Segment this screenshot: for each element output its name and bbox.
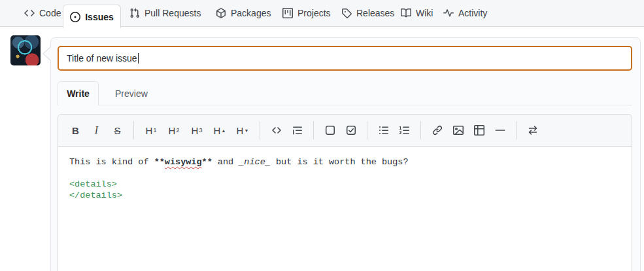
new-issue-page: Code Issues Pull Requests Packages Proje…	[0, 0, 644, 271]
toolbar-separator	[367, 121, 367, 139]
tab-code[interactable]: Code	[24, 0, 61, 26]
image-icon	[453, 125, 464, 136]
toolbar-separator	[313, 121, 314, 139]
switch-arrows-icon	[528, 125, 538, 136]
issue-title-value: Title of new issue	[67, 53, 137, 63]
triangle-up-icon: ▲	[221, 128, 226, 133]
tab-write[interactable]: Write	[58, 81, 99, 105]
horizontal-rule-icon	[495, 125, 505, 136]
switch-editor-button[interactable]	[523, 120, 542, 140]
editor-line	[69, 168, 620, 179]
heading-increase-button[interactable]: H▲	[209, 120, 230, 140]
git-pull-request-icon	[129, 8, 140, 18]
table-button[interactable]	[469, 120, 488, 140]
checkbox-checked-button[interactable]	[341, 120, 360, 140]
editor-content[interactable]: This is kind of **wisywig** and _nice_ b…	[59, 147, 631, 271]
tab-projects-label: Projects	[297, 8, 331, 18]
tab-pull-requests-label: Pull Requests	[144, 8, 201, 18]
heading-2-button[interactable]: H2	[163, 120, 184, 140]
toolbar-separator	[516, 121, 517, 139]
code-icon	[271, 125, 282, 136]
horizontal-rule-button[interactable]	[490, 120, 509, 140]
toolbar-separator	[260, 121, 260, 139]
issue-title-input[interactable]: Title of new issue	[58, 46, 632, 71]
link-icon	[432, 125, 443, 136]
toolbar-separator	[420, 121, 421, 139]
italic-button[interactable]: I	[87, 120, 106, 140]
heading-decrease-button[interactable]: H▼	[232, 120, 253, 140]
list-unordered-icon	[379, 125, 389, 136]
bold-button[interactable]: B	[66, 120, 85, 140]
tab-releases-label: Releases	[356, 8, 394, 18]
tab-activity[interactable]: Activity	[443, 0, 487, 26]
user-avatar	[10, 35, 41, 65]
tag-icon	[341, 8, 352, 18]
quote-button[interactable]	[288, 120, 307, 140]
link-button[interactable]	[428, 120, 447, 140]
tab-wiki-label: Wiki	[416, 8, 433, 18]
markdown-editor: B I S H1 H2 H3 H▲ H▼	[58, 114, 632, 271]
tab-wiki[interactable]: Wiki	[401, 0, 433, 26]
tab-issues[interactable]: Issues	[63, 5, 121, 28]
toolbar-separator	[133, 121, 134, 139]
tab-issues-label: Issues	[85, 12, 114, 22]
list-ordered-icon	[399, 125, 410, 136]
tab-projects[interactable]: Projects	[282, 0, 331, 26]
package-icon	[216, 8, 226, 18]
book-icon	[401, 8, 411, 18]
editor-line: This is kind of **wisywig** and _nice_ b…	[69, 156, 620, 168]
list-unordered-button[interactable]	[374, 120, 393, 140]
code-button[interactable]	[267, 120, 286, 140]
tab-packages[interactable]: Packages	[216, 0, 271, 26]
markdown-toolbar: B I S H1 H2 H3 H▲ H▼	[58, 115, 632, 147]
editor-tabs: Write Preview	[58, 81, 632, 105]
image-button[interactable]	[449, 120, 467, 140]
checkbox-empty-button[interactable]	[320, 120, 339, 140]
strikethrough-button[interactable]: S	[108, 120, 127, 140]
list-ordered-button[interactable]	[395, 120, 414, 140]
table-icon	[474, 125, 484, 136]
heading-3-button[interactable]: H3	[186, 120, 207, 140]
tab-activity-label: Activity	[458, 8, 487, 18]
checkbox-checked-icon	[346, 125, 356, 136]
tab-pull-requests[interactable]: Pull Requests	[129, 0, 201, 26]
tab-packages-label: Packages	[231, 8, 271, 18]
pulse-icon	[443, 8, 454, 18]
project-icon	[282, 8, 293, 18]
triangle-down-icon: ▼	[244, 128, 248, 133]
editor-line: </details>	[69, 190, 620, 201]
editor-line: <details>	[69, 179, 620, 190]
quote-icon	[292, 125, 303, 136]
tab-code-label: Code	[39, 8, 61, 18]
text-cursor	[138, 53, 139, 63]
checkbox-empty-icon	[325, 125, 335, 136]
heading-1-button[interactable]: H1	[141, 120, 161, 140]
tab-releases[interactable]: Releases	[341, 0, 394, 26]
code-icon	[24, 8, 35, 18]
tab-preview[interactable]: Preview	[99, 81, 164, 105]
repo-nav: Code Issues Pull Requests Packages Proje…	[0, 0, 644, 27]
issue-opened-icon	[70, 12, 80, 22]
